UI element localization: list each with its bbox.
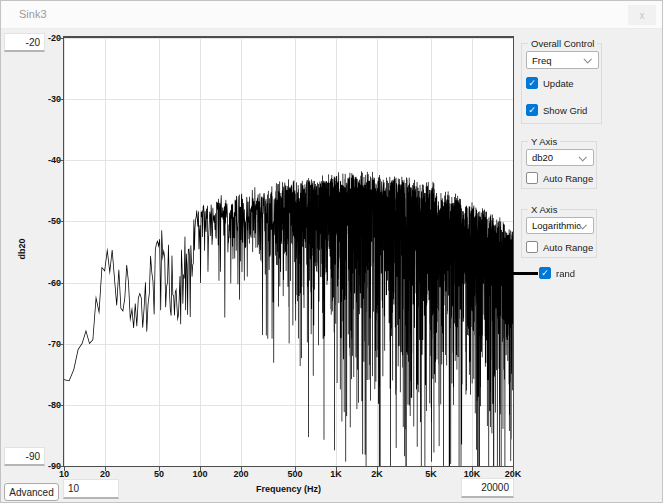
app-window: Sink3 x 1020501002005001K2K5K10K20K-20-3…	[0, 0, 663, 503]
x-tick-mark	[200, 467, 201, 471]
legend-rand-checkbox[interactable]: ✓	[539, 267, 551, 279]
y-tick-mark	[58, 99, 63, 100]
x-tick-mark	[513, 467, 514, 471]
chevron-down-icon	[578, 153, 586, 161]
x-tick-mark	[431, 467, 432, 471]
advanced-button[interactable]: Advanced	[4, 483, 59, 501]
x-tick-mark	[336, 467, 337, 471]
x-max-field[interactable]	[461, 478, 514, 498]
y-tick-label: -70	[23, 339, 61, 349]
overall-control-dropdown[interactable]: Freq	[526, 51, 599, 69]
y-tick-mark	[58, 160, 63, 161]
y-tick-label: -90	[23, 461, 61, 471]
y-axis-group-title: Y Axis	[528, 136, 560, 147]
update-checkbox-label: Update	[543, 78, 574, 89]
y-tick-label: -20	[23, 33, 61, 43]
y-tick-label: -50	[23, 216, 61, 226]
y-tick-label: -40	[23, 155, 61, 165]
spectrum-canvas[interactable]	[64, 38, 513, 466]
update-checkbox[interactable]: ✓	[526, 77, 538, 89]
legend-line	[512, 272, 538, 275]
overall-control-group: Overall Control Freq ✓ Update ✓ Show Gri…	[521, 43, 602, 124]
y-axis-dropdown-value: db20	[532, 152, 553, 163]
overall-control-dropdown-value: Freq	[532, 55, 552, 66]
close-button[interactable]: x	[628, 5, 656, 25]
overall-control-title: Overall Control	[528, 38, 597, 49]
y-axis-group: Y Axis db20 Auto Range	[521, 141, 597, 189]
x-tick-mark	[241, 467, 242, 471]
y-axis-label: db20	[16, 230, 28, 268]
x-auto-range-label: Auto Range	[543, 242, 593, 253]
y-tick-mark	[58, 283, 63, 284]
y-auto-range-label: Auto Range	[543, 173, 593, 184]
x-tick-mark	[472, 467, 473, 471]
x-auto-range-checkbox[interactable]	[526, 241, 538, 253]
x-tick-mark	[105, 467, 106, 471]
y-tick-mark	[58, 405, 63, 406]
y-tick-mark	[58, 221, 63, 222]
y-auto-range-checkbox[interactable]	[526, 172, 538, 184]
x-tick-mark	[64, 467, 65, 471]
y-tick-label: -80	[23, 400, 61, 410]
x-tick-mark	[295, 467, 296, 471]
chevron-down-icon	[583, 55, 591, 63]
show-grid-checkbox-label: Show Grid	[543, 105, 587, 116]
show-grid-checkbox[interactable]: ✓	[526, 104, 538, 116]
window-title: Sink3	[19, 8, 47, 20]
x-axis-dropdown-value: Logarithmic	[532, 220, 581, 231]
x-tick-mark	[377, 467, 378, 471]
y-axis-dropdown[interactable]: db20	[526, 149, 594, 166]
y-tick-mark	[58, 38, 63, 39]
y-tick-label: -30	[23, 94, 61, 104]
x-axis-group: X Axis Logarithmic Auto Range	[521, 209, 597, 258]
y-tick-mark	[58, 466, 63, 467]
x-tick-mark	[159, 467, 160, 471]
y-tick-label: -60	[23, 278, 61, 288]
title-bar: Sink3 x	[1, 1, 662, 29]
x-axis-dropdown[interactable]: Logarithmic	[526, 217, 594, 234]
legend-rand-label: rand	[556, 268, 575, 279]
x-axis-label: Frequency (Hz)	[64, 484, 513, 494]
x-axis-group-title: X Axis	[528, 204, 560, 215]
y-tick-mark	[58, 344, 63, 345]
x-min-field[interactable]	[63, 479, 119, 499]
